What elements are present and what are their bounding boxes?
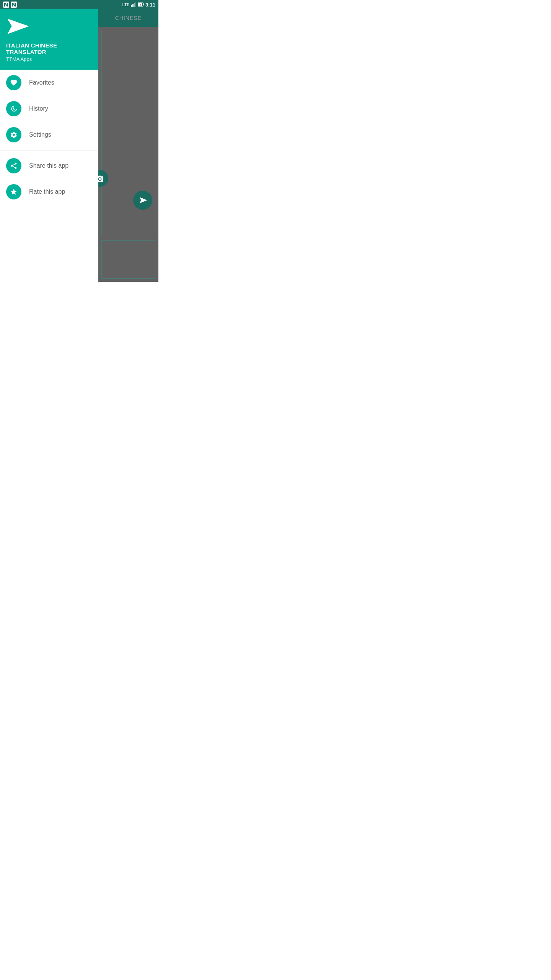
svg-rect-5 [135,2,136,7]
favorites-label: Favorites [29,79,54,86]
status-icons-right: LTE 3:11 [122,2,155,8]
favorites-icon-circle [6,75,21,90]
app-logo [6,17,92,38]
menu-divider [0,150,98,150]
rate-label: Rate this app [29,188,65,195]
battery-icon [138,2,144,7]
app-subtitle: TTMA Apps [6,56,92,62]
drawer-header: ITALIAN CHINESE TRANSLATOR TTMA Apps [0,9,98,70]
status-bar: LTE 3:11 [0,0,158,9]
right-panel: CHINESE [98,9,158,282]
svg-rect-3 [132,4,134,7]
signal-icon [131,2,136,7]
time-label: 3:11 [145,2,155,8]
svg-rect-7 [143,3,144,5]
share-icon [10,162,18,170]
star-icon [10,188,18,196]
send-area [133,191,152,210]
heart-icon [10,79,18,87]
right-panel-header: CHINESE [98,9,158,27]
notification-icon-1 [3,2,9,8]
notification-icon-2 [11,2,17,8]
history-icon-circle [6,101,21,116]
svg-rect-2 [131,5,132,7]
settings-label: Settings [29,131,51,138]
translation-result-area [101,240,155,279]
right-panel-title: CHINESE [115,15,142,21]
share-label: Share this app [29,162,68,169]
drawer: ITALIAN CHINESE TRANSLATOR TTMA Apps Fav… [0,9,98,282]
main-container: ITALIAN CHINESE TRANSLATOR TTMA Apps Fav… [0,9,158,282]
svg-marker-10 [8,19,28,26]
clock-icon [10,105,18,113]
svg-rect-4 [134,3,135,7]
menu-item-share[interactable]: Share this app [0,153,98,179]
paper-plane-icon [6,17,29,36]
menu-item-settings[interactable]: Settings [0,122,98,148]
menu-item-history[interactable]: History [0,96,98,122]
right-panel-content [98,27,158,240]
menu-item-rate[interactable]: Rate this app [0,179,98,205]
send-icon [138,196,147,205]
menu-section: Favorites History Settings [0,70,98,282]
lte-label: LTE [122,3,129,7]
gear-icon [10,131,18,139]
app-title: ITALIAN CHINESE TRANSLATOR [6,42,92,55]
menu-item-favorites[interactable]: Favorites [0,70,98,96]
rate-icon-circle [6,184,21,199]
history-label: History [29,105,48,112]
status-icons-left [3,2,17,8]
settings-icon-circle [6,127,21,142]
send-button[interactable] [133,191,152,210]
share-icon-circle [6,158,21,173]
